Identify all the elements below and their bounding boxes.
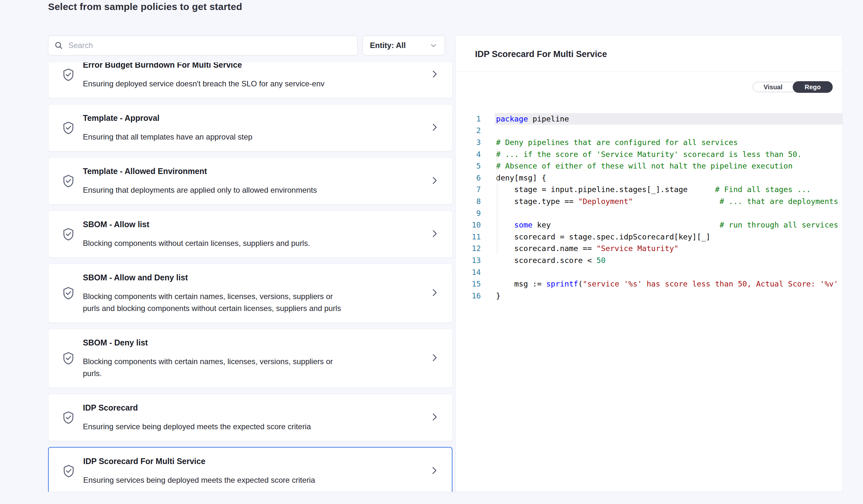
policy-description: Blocking components with certain names, …: [83, 290, 341, 314]
shield-check-icon: [61, 227, 75, 242]
policy-card[interactable]: Template - ApprovalEnsuring that all tem…: [48, 104, 452, 152]
policy-card[interactable]: Error Budget Burndown For Multi ServiceE…: [48, 63, 452, 98]
line-number: 5: [456, 160, 481, 172]
policy-card[interactable]: SBOM - Allow listBlocking components wit…: [48, 210, 452, 258]
search-box[interactable]: [48, 36, 358, 55]
code-line: 13 scorecard.score < 50: [456, 255, 842, 267]
indent-guide: [497, 148, 497, 255]
policy-card[interactable]: IDP ScorecardEnsuring service being depl…: [48, 394, 452, 441]
chevron-right-icon: [429, 353, 439, 363]
line-number: 14: [456, 267, 481, 279]
code-line: 7 stage = input.pipeline.stages[_].stage…: [456, 184, 842, 196]
line-number: 1: [456, 113, 481, 125]
policy-title: IDP Scorecard: [83, 402, 311, 413]
policy-card[interactable]: IDP Scorecard For Multi ServiceEnsuring …: [48, 447, 452, 492]
code-line: 14: [456, 267, 842, 279]
shield-check-icon: [61, 173, 75, 189]
policy-description: Blocking components with certain names, …: [83, 356, 333, 379]
code-line: 10 some key # run through all services: [456, 219, 842, 231]
code-line: 9: [456, 208, 842, 219]
line-number: 11: [456, 231, 481, 243]
chevron-right-icon: [429, 466, 439, 475]
code-line: 4# ... if the score of 'Service Maturity…: [456, 148, 842, 160]
entity-filter-dropdown[interactable]: Entity: All: [362, 36, 445, 55]
chevron-right-icon: [429, 122, 439, 132]
policy-description: Blocking components without certain lice…: [83, 237, 310, 249]
policy-description: Ensuring that all templates have an appr…: [83, 131, 252, 143]
line-number: 16: [456, 290, 481, 302]
policy-title: Error Budget Burndown For Multi Service: [83, 63, 324, 70]
chevron-right-icon: [429, 229, 439, 238]
line-number: 9: [456, 208, 481, 219]
content-container: Entity: All Error Budget Burndown For Mu…: [48, 36, 843, 492]
policy-title: SBOM - Allow list: [83, 219, 310, 230]
policy-card[interactable]: SBOM - Allow and Deny listBlocking compo…: [48, 263, 452, 323]
chevron-right-icon: [429, 69, 439, 79]
code-line: 15 msg := sprintf("service '%s' has scor…: [456, 278, 842, 290]
visual-rego-toggle: VisualRego: [753, 82, 833, 92]
line-number: 6: [456, 172, 481, 184]
chevron-down-icon: [429, 41, 438, 50]
line-number: 2: [456, 125, 481, 137]
policy-title: IDP Scorecard For Multi Service: [83, 456, 315, 466]
chevron-right-icon: [429, 412, 439, 422]
page-title: Select from sample policies to get start…: [48, 1, 863, 12]
shield-check-icon: [61, 67, 75, 82]
search-input[interactable]: [68, 41, 351, 50]
policy-description: Ensuring that deployments are applied on…: [83, 184, 317, 196]
code-line: 12 scorecard.name == "Service Maturity": [456, 243, 842, 255]
line-number: 10: [456, 219, 481, 231]
policy-description: Ensuring deployed service doesn't breach…: [83, 78, 324, 90]
policy-list: Error Budget Burndown For Multi ServiceE…: [48, 63, 452, 492]
code-line: 1package pipeline: [456, 113, 842, 125]
line-number: 4: [456, 148, 481, 160]
code-line: 3# Deny pipelines that are configured fo…: [456, 137, 842, 148]
code-line: 8 stage.type == "Deployment" # ... that …: [456, 196, 842, 208]
toggle-option-rego[interactable]: Rego: [793, 81, 833, 93]
shield-check-icon: [61, 285, 75, 301]
search-icon: [54, 41, 63, 50]
toggle-option-visual[interactable]: Visual: [753, 82, 793, 92]
chevron-right-icon: [429, 176, 439, 185]
policy-title: SBOM - Allow and Deny list: [83, 272, 341, 283]
policy-title: Template - Approval: [83, 113, 252, 123]
shield-check-icon: [62, 463, 76, 479]
chevron-right-icon: [429, 288, 439, 297]
code-line: 11 scorecard = stage.spec.idpScorecard[k…: [456, 231, 842, 243]
policy-title: SBOM - Deny list: [83, 337, 333, 348]
line-number: 13: [456, 255, 481, 267]
shield-check-icon: [61, 120, 75, 136]
shield-check-icon: [61, 410, 75, 425]
line-number: 12: [456, 243, 481, 255]
line-number: 3: [456, 137, 481, 148]
line-number: 7: [456, 184, 481, 196]
policy-description: Ensuring service being deployed meets th…: [83, 421, 311, 432]
code-line: 5# Absence of either of these will not h…: [456, 160, 842, 172]
policy-browser: Entity: All Error Budget Burndown For Mu…: [48, 36, 452, 492]
policy-detail-panel: IDP Scorecard For Multi Service 1package…: [455, 36, 843, 492]
policy-toolbar: Entity: All: [48, 36, 452, 55]
policy-card[interactable]: Template - Allowed EnvironmentEnsuring t…: [48, 157, 452, 205]
line-number: 8: [456, 196, 481, 208]
policy-description: Ensuring services being deployed meets t…: [83, 474, 315, 486]
shield-check-icon: [61, 351, 75, 366]
code-line: 2: [456, 125, 842, 137]
entity-filter-label: Entity: All: [370, 41, 406, 50]
policy-title: Template - Allowed Environment: [83, 166, 317, 176]
policy-card[interactable]: SBOM - Deny listBlocking components with…: [48, 329, 452, 388]
line-number: 15: [456, 278, 481, 290]
rego-code-editor[interactable]: 1package pipeline2 3# Deny pipelines tha…: [456, 72, 842, 325]
code-line: 16}: [456, 290, 842, 302]
policy-detail-title: IDP Scorecard For Multi Service: [456, 36, 842, 72]
code-line: 6deny[msg] {: [456, 172, 842, 184]
